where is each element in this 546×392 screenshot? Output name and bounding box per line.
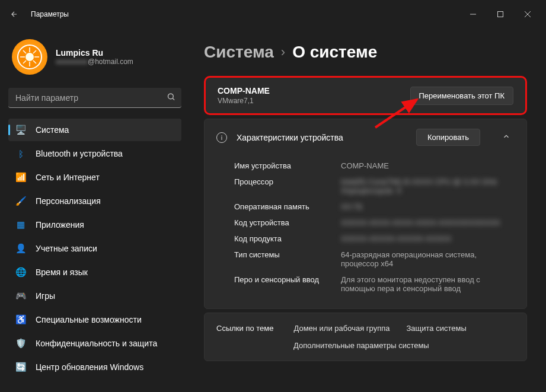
nav-label: Приложения (36, 220, 84, 230)
profile-name: Lumpics Ru (56, 48, 133, 58)
nav-icon: 🖌️ (15, 196, 26, 206)
close-button[interactable] (514, 5, 541, 24)
spec-key: Код устройства (234, 218, 341, 227)
sidebar-item[interactable]: 🛡️Конфиденциальность и защита (8, 332, 181, 355)
nav-icon: 📶 (15, 172, 26, 183)
collapse-button[interactable] (498, 132, 515, 143)
chevron-right-icon: › (281, 44, 285, 60)
spec-row: Тип системы64-разрядная операционная сис… (234, 247, 515, 272)
nav-label: Конфиденциальность и защита (36, 339, 157, 348)
spec-key: Оперативная память (234, 202, 341, 211)
search-box (8, 88, 181, 108)
breadcrumb-parent[interactable]: Система (204, 43, 274, 62)
spec-key: Тип системы (234, 250, 341, 268)
nav-icon: 🎮 (15, 291, 26, 301)
spec-key: Процессор (234, 177, 341, 195)
spec-row: Код продуктаXXXXX-XXXXX-XXXXX-XXXXX (234, 231, 515, 247)
spec-value: XX ГБ (341, 202, 515, 211)
sidebar-item[interactable]: 👤Учетные записи (8, 237, 181, 260)
spec-row: Оперативная памятьXX ГБ (234, 199, 515, 215)
nav-label: Учетные записи (36, 244, 97, 253)
nav-label: Центр обновления Windows (36, 362, 143, 372)
link-protection[interactable]: Защита системы (406, 324, 466, 333)
nav-icon: 👤 (15, 243, 26, 254)
spec-value: 64-разрядная операционная система, проце… (341, 250, 515, 268)
computer-model: VMware7,1 (218, 97, 270, 105)
info-icon: i (216, 132, 227, 143)
rename-pc-button[interactable]: Переименовать этот ПК (410, 87, 514, 105)
avatar (12, 39, 47, 75)
sidebar-item[interactable]: ᛒBluetooth и устройства (8, 142, 181, 165)
spec-value: XXXXX-XXXX-XXXX-XXXX-XXXXXXXXXXXX (341, 218, 515, 227)
svg-line-15 (173, 98, 174, 100)
svg-point-13 (25, 53, 34, 61)
rename-card: COMP-NAME VMware7,1 Переименовать этот П… (204, 76, 527, 115)
titlebar: Параметры (0, 0, 546, 28)
nav-icon: ♿ (15, 314, 26, 325)
specs-title: Характеристики устройства (237, 133, 407, 142)
spec-key: Перо и сенсорный ввод (234, 275, 341, 293)
sidebar-item[interactable]: 📶Сеть и Интернет (8, 166, 181, 189)
nav-icon: ᛒ (15, 148, 26, 159)
search-icon (167, 93, 175, 104)
profile-email: xxxxxxxxx@hotmail.com (56, 58, 133, 66)
sidebar-item[interactable]: 🖥️Система (8, 119, 181, 141)
nav-label: Игры (36, 291, 55, 301)
sidebar-item[interactable]: 🎮Игры (8, 285, 181, 307)
content-area: Система › О системе COMP-NAME VMware7,1 … (190, 28, 546, 392)
nav-icon: 🖥️ (15, 125, 26, 135)
link-domain[interactable]: Домен или рабочая группа (293, 324, 389, 333)
nav-icon: 🌐 (15, 267, 26, 278)
nav-icon: ▦ (15, 219, 26, 230)
breadcrumb: Система › О системе (204, 43, 527, 62)
spec-value: XXXXX-XXXXX-XXXXX-XXXXX (341, 234, 515, 243)
computer-name: COMP-NAME (218, 86, 270, 95)
spec-value: Для этого монитора недоступен ввод с пом… (341, 275, 515, 293)
sidebar-item[interactable]: ▦Приложения (8, 213, 181, 236)
svg-point-14 (168, 94, 174, 99)
breadcrumb-current: О системе (292, 43, 377, 62)
sidebar-item[interactable]: ♿Специальные возможности (8, 308, 181, 331)
nav-label: Специальные возможности (36, 315, 142, 324)
svg-rect-1 (498, 12, 503, 17)
spec-value: Intel(R) Core(TM) i5-XXXX CPU @ 3.XX GHz… (341, 177, 515, 195)
back-button[interactable] (5, 5, 24, 24)
nav-list: 🖥️СистемаᛒBluetooth и устройства📶Сеть и … (8, 119, 181, 392)
nav-label: Персонализация (36, 196, 101, 206)
spec-key: Код продукта (234, 234, 341, 243)
sidebar: Lumpics Ru xxxxxxxxx@hotmail.com 🖥️Систе… (0, 28, 190, 392)
sidebar-item[interactable]: 🌐Время и язык (8, 261, 181, 283)
sidebar-item[interactable]: 🖌️Персонализация (8, 190, 181, 212)
nav-label: Система (36, 125, 69, 135)
search-input[interactable] (8, 88, 181, 108)
device-specs-card: i Характеристики устройства Копировать И… (204, 119, 527, 309)
spec-key: Имя устройства (234, 161, 341, 170)
minimize-button[interactable] (459, 5, 487, 24)
window-title: Параметры (31, 10, 69, 18)
copy-button[interactable]: Копировать (416, 129, 480, 146)
links-title: Ссылки по теме (216, 324, 273, 333)
related-links-card: Ссылки по теме Домен или рабочая группа … (204, 313, 527, 361)
nav-label: Bluetooth и устройства (36, 149, 123, 158)
spec-row: Имя устройстваCOMP-NAME (234, 158, 515, 174)
maximize-button[interactable] (487, 5, 514, 24)
profile-block[interactable]: Lumpics Ru xxxxxxxxx@hotmail.com (8, 28, 181, 88)
link-advanced[interactable]: Дополнительные параметры системы (293, 341, 429, 350)
nav-label: Время и язык (36, 267, 88, 277)
spec-row: ПроцессорIntel(R) Core(TM) i5-XXXX CPU @… (234, 174, 515, 199)
spec-row: Перо и сенсорный вводДля этого монитора … (234, 272, 515, 297)
nav-icon: 🔄 (15, 362, 26, 372)
sidebar-item[interactable]: 🔄Центр обновления Windows (8, 356, 181, 378)
spec-row: Код устройстваXXXXX-XXXX-XXXX-XXXX-XXXXX… (234, 215, 515, 231)
spec-value: COMP-NAME (341, 161, 515, 170)
nav-label: Сеть и Интернет (36, 173, 100, 182)
nav-icon: 🛡️ (15, 338, 26, 349)
